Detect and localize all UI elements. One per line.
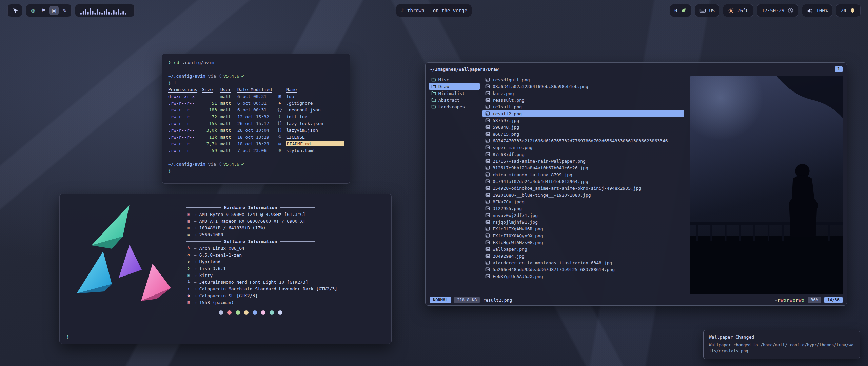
lua-version: v5.4.6 bbox=[223, 74, 239, 79]
file-row[interactable]: 217167-sad-anime-rain-wallpaper.png bbox=[482, 158, 684, 164]
palette-dot bbox=[227, 310, 232, 315]
command-text: l bbox=[174, 80, 177, 85]
keyboard-layout-module[interactable]: US bbox=[695, 4, 719, 17]
hardware-section-header: Hardware Information bbox=[186, 204, 315, 211]
prompt-char: ❯ bbox=[66, 333, 69, 340]
file-name: 217167-sad-anime-rain-wallpaper.png bbox=[493, 159, 586, 164]
file-row[interactable]: 587597.jpg bbox=[482, 117, 684, 124]
image-file-icon bbox=[485, 206, 490, 211]
file-name: lua bbox=[286, 94, 344, 99]
file-row[interactable]: kurz.png bbox=[482, 90, 684, 97]
palette-dot bbox=[261, 310, 265, 315]
file-row[interactable]: 08a634fa02a32364f69ebc86a98eb1eb.png bbox=[482, 83, 684, 90]
file-name: FXfcHgcWIAMzs0G.png bbox=[493, 240, 543, 245]
file-row[interactable]: EeNKYgIUcAAJ5JX.png bbox=[482, 273, 684, 280]
file-name: rsjqojlmjhf91.jpg bbox=[493, 220, 538, 225]
permission-char: x bbox=[802, 298, 805, 303]
image-file-icon bbox=[485, 125, 490, 129]
file-row[interactable]: 866715.png bbox=[482, 130, 684, 137]
palette-dot bbox=[236, 310, 240, 315]
file-row[interactable]: 3122955.png bbox=[482, 205, 684, 212]
file-row[interactable]: 596848.jpg bbox=[482, 124, 684, 130]
workspace-button[interactable]: ⚑ bbox=[39, 6, 48, 15]
file-row[interactable]: 5a266e448add93deab367d87173e9f25-6837886… bbox=[482, 266, 684, 273]
file-row[interactable]: 154928-odinokoe_anime-art-anime-okno-sin… bbox=[482, 185, 684, 191]
file-permissions: -rwxrwxrwx bbox=[775, 298, 805, 303]
file-row[interactable]: re1sult.png bbox=[482, 103, 684, 110]
file-row[interactable]: atardecer-en-la-montanas-ilustracion-634… bbox=[482, 259, 684, 266]
workspace-button[interactable]: ✎ bbox=[60, 6, 69, 15]
file-row[interactable]: result2.png bbox=[482, 110, 684, 117]
terminal-command-line: ❯l bbox=[168, 79, 344, 86]
workspace-button[interactable]: ◍ bbox=[28, 6, 38, 15]
media-player-widget[interactable]: ♪ thrown - on the verge bbox=[396, 4, 472, 17]
list-position-badge: 14/38 bbox=[824, 297, 843, 303]
file-row[interactable]: 3126f7e9bbf21a8a4af0b67b041c6e26.jpg bbox=[482, 164, 684, 171]
file-row[interactable]: wallpaper.png bbox=[482, 246, 684, 252]
sidebar-folder-item[interactable]: Draw bbox=[429, 83, 480, 90]
clock-module[interactable]: 17:50:29 bbox=[757, 4, 798, 17]
sun-temperature-icon bbox=[728, 7, 734, 14]
file-size: 51 bbox=[202, 101, 217, 106]
file-name: re1sult.png bbox=[493, 104, 522, 109]
file-size: 59 bbox=[202, 148, 217, 153]
file-row[interactable]: resssult.png bbox=[482, 97, 684, 103]
workspace-button[interactable]: ▣ bbox=[49, 6, 59, 15]
terminal-command-line: ❯cd.config/nvim bbox=[168, 59, 344, 66]
info-line: ▦ → 1558 (pacman) bbox=[186, 299, 380, 306]
file-row[interactable]: super-mario.png bbox=[482, 144, 684, 151]
file-row[interactable]: FXfcII0X0AQyn9X.png bbox=[482, 232, 684, 239]
file-row[interactable]: 0c794faf07de24a4db4d4fb1eb813964.jpg bbox=[482, 178, 684, 185]
file-name: 154928-odinokoe_anime-art-anime-okno-sin… bbox=[493, 186, 641, 191]
statusbar-left-modules: ◍ ⚑ ▣ ✎ bbox=[7, 4, 135, 17]
software-info-list: Λ → Arch Linux x86_64 ⚙ → 6.5.8-zen1-1-z… bbox=[186, 245, 380, 306]
visualizer-bars-icon bbox=[80, 6, 130, 15]
palette-dot bbox=[253, 310, 257, 315]
image-file-icon bbox=[485, 240, 490, 245]
volume-module[interactable]: 100% bbox=[802, 4, 832, 17]
sidebar-folder-item[interactable]: Minimalist bbox=[429, 90, 480, 97]
terminal-input-line[interactable]: ❯ bbox=[168, 167, 344, 174]
file-row[interactable]: FXfcHgcWIAMzs0G.png bbox=[482, 239, 684, 246]
updates-module[interactable]: 0 bbox=[670, 4, 691, 17]
file-row[interactable]: 19201080-__blue-tinge__-1920×1080.jpg bbox=[482, 191, 684, 198]
file-row[interactable]: rsjqojlmjhf91.jpg bbox=[482, 219, 684, 225]
sidebar-folder-item[interactable]: Misc bbox=[429, 76, 480, 83]
terminal-window[interactable]: ❯cd.config/nvim ~/.config/nvimvia☾v5.4.6… bbox=[162, 54, 350, 184]
fetch-info-panel: Hardware Information ▣ → AMD Ryzen 9 590… bbox=[186, 203, 380, 335]
file-size: 7,7k bbox=[202, 141, 217, 146]
info-line: Λ → Arch Linux x86_64 bbox=[186, 245, 380, 251]
file-row[interactable]: 8FKa7Cu.jpeg bbox=[482, 198, 684, 205]
file-listing-row: .rw-r--r-- 59 matt 7 oct 23:06 ⚙ stylua.… bbox=[168, 147, 344, 154]
file-row[interactable]: chica-mirando-la-luna-8799.jpg bbox=[482, 171, 684, 178]
file-name: 68747470733a2f2f696d616765732d7769786d70… bbox=[493, 138, 668, 143]
folder-name: Abstract bbox=[438, 98, 460, 103]
sidebar-folder-item[interactable]: Abstract bbox=[429, 97, 480, 103]
scroll-percent-badge: 36% bbox=[808, 297, 821, 303]
fetch-shell-prompt[interactable]: ~ ❯ bbox=[66, 327, 69, 340]
weather-module[interactable]: 26°C bbox=[723, 4, 753, 17]
file-row[interactable]: 87r687df.png bbox=[482, 151, 684, 158]
system-fetch-window[interactable]: Hardware Information ▣ → AMD Ryzen 9 590… bbox=[59, 194, 392, 344]
filetype-icon: ◆ bbox=[277, 101, 283, 105]
image-file-icon bbox=[485, 138, 490, 143]
sidebar-folder-item[interactable]: Landscapes bbox=[429, 103, 480, 110]
file-row[interactable]: ressdfgult.png bbox=[482, 76, 684, 83]
shell-prompt-line: ~/.config/nvimvia☾v5.4.6✔ bbox=[168, 161, 344, 167]
file-row[interactable]: 20492984.jpg bbox=[482, 252, 684, 259]
arrow-separator: → bbox=[194, 273, 197, 278]
tab-badge[interactable]: 1 bbox=[835, 66, 843, 72]
file-name: 20492984.jpg bbox=[493, 253, 525, 259]
file-name: kurz.png bbox=[493, 91, 514, 96]
file-row[interactable]: FXfcJlTXgAMvH6R.png bbox=[482, 225, 684, 232]
file-manager-window[interactable]: ~/Imagenes/Wallpapers/Draw 1 Misc Draw bbox=[425, 62, 847, 306]
image-file-icon bbox=[485, 145, 490, 150]
notifications-module[interactable]: 24 bbox=[836, 4, 861, 17]
notification-toast[interactable]: Wallpaper Changed Wallpaper changed to /… bbox=[703, 330, 860, 359]
file-row[interactable]: 68747470733a2f2f696d616765732d7769786d70… bbox=[482, 137, 684, 144]
file-row[interactable]: nnvuv0xj2df71.jpg bbox=[482, 212, 684, 219]
file-name: stylua.toml bbox=[286, 148, 344, 153]
file-name: 596848.jpg bbox=[493, 125, 519, 130]
permission-char: r bbox=[778, 298, 781, 303]
launcher-button[interactable] bbox=[7, 4, 22, 17]
